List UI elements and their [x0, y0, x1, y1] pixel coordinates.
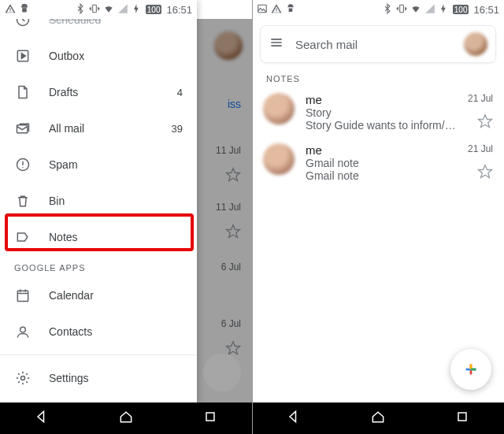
- nav-bar: [0, 402, 252, 434]
- charging-icon: [439, 3, 450, 17]
- bluetooth-icon: [75, 3, 86, 17]
- status-bar: 100 16:51: [252, 0, 504, 19]
- phone-left: iss 11 Jul 11 Jul 6 Jul 6 Jul: [0, 0, 252, 434]
- svg-marker-16: [479, 165, 492, 178]
- drawer-item-contacts[interactable]: Contacts: [0, 313, 197, 350]
- drawer-item-help[interactable]: Help and feedback: [0, 396, 197, 402]
- trash-icon: [14, 193, 32, 209]
- recents-button[interactable]: [202, 409, 218, 428]
- battery-level: 100: [453, 5, 469, 14]
- image-icon: [257, 3, 268, 17]
- recents-button[interactable]: [454, 409, 470, 428]
- hamburger-icon[interactable]: [269, 35, 284, 54]
- svg-marker-15: [479, 115, 492, 128]
- note-subject: Gmail note: [306, 157, 457, 169]
- status-bar: 100 16:51: [0, 0, 197, 19]
- note-snippet: Gmail note: [306, 169, 457, 182]
- drawer-item-label: Outbox: [49, 50, 84, 62]
- note-sender: me: [306, 143, 457, 157]
- home-button[interactable]: [370, 409, 386, 428]
- svg-point-10: [21, 377, 25, 380]
- gear-icon: [14, 370, 32, 386]
- drawer-item-label: Bin: [49, 195, 65, 207]
- search-placeholder: Search mail: [295, 38, 453, 51]
- drawer-item-label: Notes: [49, 231, 78, 243]
- section-title: NOTES: [252, 69, 504, 87]
- charging-icon: [132, 3, 143, 17]
- mail-stack-icon: [14, 121, 32, 136]
- note-row[interactable]: me Story Story Guide wants to inform/war…: [252, 87, 504, 137]
- drawer-item-all-mail[interactable]: All mail 39: [0, 110, 197, 147]
- drawer-item-settings[interactable]: Settings: [0, 360, 197, 396]
- drawer-item-drafts[interactable]: Drafts 4: [0, 74, 197, 110]
- divider: [0, 354, 197, 355]
- back-button[interactable]: [34, 409, 50, 428]
- drawer-item-notes[interactable]: Notes: [0, 219, 197, 255]
- signal-icon: [424, 3, 435, 17]
- drawer-item-label: Drafts: [49, 86, 78, 98]
- vibrate-icon: [396, 3, 407, 17]
- svg-rect-14: [399, 5, 403, 12]
- file-icon: [14, 84, 32, 100]
- drawer-item-calendar[interactable]: Calendar: [0, 277, 197, 313]
- compose-fab[interactable]: [450, 349, 491, 390]
- warning-icon: [5, 3, 16, 17]
- note-date: 21 Jul: [468, 143, 493, 154]
- drawer-item-count: 39: [172, 123, 183, 135]
- back-button[interactable]: [286, 409, 302, 428]
- home-button[interactable]: [118, 409, 134, 428]
- drawer-item-label: Contacts: [49, 325, 92, 338]
- drawer-section-google-apps: GOOGLE APPS: [0, 255, 197, 277]
- star-icon[interactable]: [477, 113, 493, 132]
- wifi-icon: [103, 3, 114, 17]
- note-row[interactable]: me Gmail note Gmail note 21 Jul: [252, 137, 504, 187]
- drawer-item-count: 4: [177, 87, 183, 98]
- drawer-item-bin[interactable]: Bin: [0, 183, 197, 219]
- drawer-item-label: All mail: [49, 122, 84, 135]
- clock: 16:51: [473, 4, 499, 16]
- signal-icon: [117, 3, 128, 17]
- warning-icon: [271, 3, 282, 17]
- search-bar[interactable]: Search mail: [260, 25, 496, 63]
- battery-level: 100: [146, 5, 162, 14]
- phone-right: 100 16:51 Search mail NOTES me Story Sto…: [252, 0, 504, 434]
- avatar: [263, 93, 295, 124]
- contacts-icon: [14, 324, 32, 339]
- note-date: 21 Jul: [468, 93, 493, 104]
- wifi-icon: [410, 3, 421, 17]
- drawer-item-spam[interactable]: Spam: [0, 147, 197, 183]
- svg-rect-8: [17, 291, 28, 301]
- drawer-item-label: Spam: [49, 158, 78, 171]
- svg-point-9: [20, 327, 26, 332]
- note-snippet: Story Guide wants to inform/warn pa…: [306, 119, 457, 132]
- navigation-drawer: 100 16:51 Scheduled Outbox Drafts 4 All …: [0, 0, 197, 402]
- label-icon: [14, 229, 32, 245]
- android-icon: [19, 3, 30, 17]
- avatar: [263, 143, 295, 175]
- drawer-item-label: Settings: [49, 372, 89, 384]
- spam-icon: [14, 157, 32, 172]
- note-subject: Story: [306, 106, 457, 119]
- svg-rect-12: [206, 413, 214, 421]
- svg-rect-17: [458, 413, 466, 421]
- android-icon: [285, 3, 296, 17]
- account-avatar[interactable]: [464, 32, 487, 56]
- svg-rect-3: [92, 5, 96, 12]
- note-sender: me: [306, 93, 457, 106]
- clock: 16:51: [166, 4, 192, 16]
- calendar-icon: [14, 287, 32, 303]
- drawer-item-outbox[interactable]: Outbox: [0, 38, 197, 74]
- outbox-icon: [14, 48, 32, 64]
- vibrate-icon: [89, 3, 100, 17]
- drawer-item-label: Calendar: [49, 289, 94, 302]
- star-icon[interactable]: [477, 164, 493, 183]
- nav-bar: [252, 402, 504, 434]
- bluetooth-icon: [382, 3, 393, 17]
